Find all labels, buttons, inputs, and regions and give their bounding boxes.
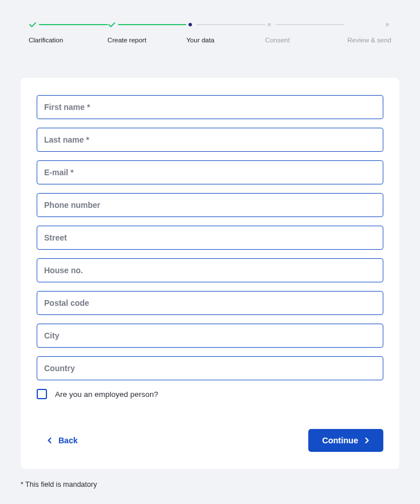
chevron-left-icon [47,436,53,445]
continue-button-label: Continue [322,436,358,445]
employed-checkbox-label: Are you an employed person? [55,390,158,399]
step-clarification: Clarification [29,21,108,44]
phone-field[interactable] [37,193,383,217]
street-field[interactable] [37,226,383,250]
form-card: Are you an employed person? Back Continu… [21,78,399,469]
button-row: Back Continue [37,429,383,452]
email-field[interactable] [37,160,383,184]
progress-stepper: Clarification Create report Your data Co… [0,0,420,55]
continue-button[interactable]: Continue [308,429,383,452]
step-connector [39,24,108,25]
chevron-right-icon [364,436,370,445]
postal-code-field[interactable] [37,291,383,315]
employed-checkbox[interactable] [37,389,47,399]
country-field[interactable] [37,356,383,380]
last-name-field[interactable] [37,128,383,152]
step-consent: Consent [265,21,344,44]
dot-icon [186,21,194,29]
first-name-field[interactable] [37,95,383,119]
step-label: Create report [108,37,147,44]
step-connector [197,24,265,25]
step-create-report: Create report [108,21,187,44]
city-field[interactable] [37,324,383,348]
dot-icon [383,21,391,29]
step-label: Consent [265,37,290,44]
house-no-field[interactable] [37,258,383,282]
step-connector [118,24,187,25]
mandatory-note: * This field is mandatory [21,481,399,489]
step-your-data: Your data [186,21,265,44]
employed-checkbox-row: Are you an employed person? [37,389,383,399]
check-icon [108,21,116,29]
step-label: Review & send [347,37,391,44]
step-connector [276,24,344,25]
dot-icon [265,21,273,29]
check-icon [29,21,37,29]
back-button[interactable]: Back [37,430,88,451]
back-button-label: Back [58,436,77,445]
step-review-send: Review & send [344,21,391,44]
step-label: Your data [186,37,214,44]
step-label: Clarification [29,37,63,44]
